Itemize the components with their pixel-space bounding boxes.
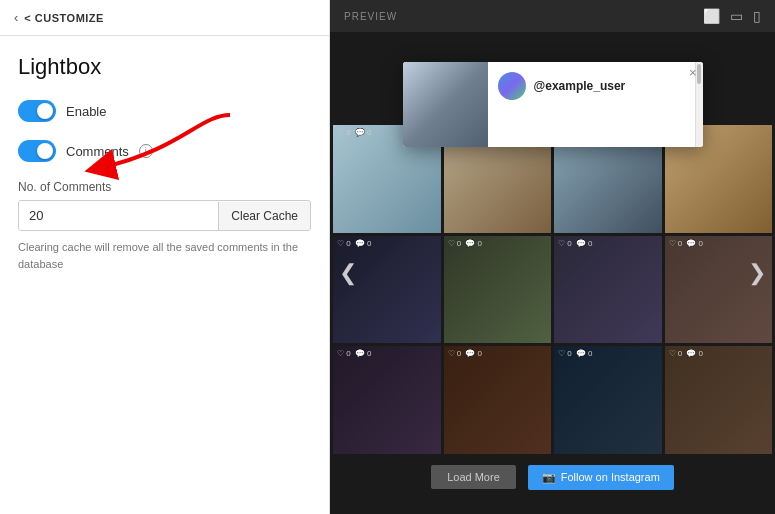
- lightbox-image: [403, 62, 488, 147]
- likes-8: ♡ 0: [669, 239, 683, 248]
- lightbox-nav-left[interactable]: ❮: [332, 257, 364, 289]
- enable-label: Enable: [66, 104, 106, 119]
- mobile-icon[interactable]: ▯: [753, 8, 761, 24]
- likes-11: ♡ 0: [558, 349, 572, 358]
- load-more-button[interactable]: Load More: [431, 465, 516, 489]
- comments-input-row: Clear Cache: [18, 200, 311, 231]
- instagram-grid: ♡ 0 💬 0 ♡ 0 💬 0 ♡ 0 💬 0 ♡ 0 💬: [330, 122, 775, 457]
- clear-cache-button[interactable]: Clear Cache: [218, 202, 310, 230]
- preview-area: ❮ ❯ @example_user ×: [330, 32, 775, 514]
- follow-instagram-button[interactable]: 📷 Follow on Instagram: [528, 465, 674, 490]
- back-arrow[interactable]: ‹: [14, 10, 18, 25]
- likes-6: ♡ 0: [448, 239, 462, 248]
- lightbox-popup: @example_user ×: [403, 62, 703, 147]
- grid-item-7[interactable]: ♡ 0 💬 0: [554, 236, 662, 344]
- comments-5: 💬 0: [355, 239, 372, 248]
- bottom-bar: Load More 📷 Follow on Instagram: [330, 457, 775, 498]
- preview-label: PREVIEW: [344, 11, 397, 22]
- grid-stats-9: ♡ 0 💬 0: [333, 346, 441, 361]
- grid-stats-12: ♡ 0 💬 0: [665, 346, 773, 361]
- follow-label: Follow on Instagram: [561, 471, 660, 483]
- panel-content: Lightbox Enable Comments i No. of Commen…: [0, 36, 329, 514]
- right-panel: PREVIEW ⬜ ▭ ▯ ❮ ❯ @example_user ×: [330, 0, 775, 514]
- grid-item-10[interactable]: ♡ 0 💬 0: [444, 346, 552, 454]
- likes-12: ♡ 0: [669, 349, 683, 358]
- grid-stats-5: ♡ 0 💬 0: [333, 236, 441, 251]
- lightbox-info: @example_user: [488, 62, 695, 147]
- comments-label: Comments: [66, 144, 129, 159]
- grid-item-8[interactable]: ♡ 0 💬 0: [665, 236, 773, 344]
- grid-item-12[interactable]: ♡ 0 💬 0: [665, 346, 773, 454]
- comments-9: 💬 0: [355, 349, 372, 358]
- comments-11: 💬 0: [576, 349, 593, 358]
- preview-header: PREVIEW ⬜ ▭ ▯: [330, 0, 775, 32]
- grid-stats-10: ♡ 0 💬 0: [444, 346, 552, 361]
- no-of-comments-section: No. of Comments Clear Cache Clearing cac…: [18, 180, 311, 272]
- comments-8: 💬 0: [686, 239, 703, 248]
- customize-label: < CUSTOMIZE: [24, 12, 104, 24]
- comments-row: Comments i: [18, 140, 311, 162]
- likes-1: ♡ 0: [337, 128, 351, 137]
- grid-item-5[interactable]: ♡ 0 💬 0: [333, 236, 441, 344]
- grid-stats-7: ♡ 0 💬 0: [554, 236, 662, 251]
- likes-5: ♡ 0: [337, 239, 351, 248]
- comments-toggle[interactable]: [18, 140, 56, 162]
- section-title: Lightbox: [18, 54, 311, 80]
- tablet-icon[interactable]: ▭: [730, 8, 743, 24]
- grid-stats-8: ♡ 0 💬 0: [665, 236, 773, 251]
- likes-9: ♡ 0: [337, 349, 351, 358]
- user-row: @example_user: [498, 72, 685, 100]
- desktop-icon[interactable]: ⬜: [703, 8, 720, 24]
- grid-item-9[interactable]: ♡ 0 💬 0: [333, 346, 441, 454]
- comments-1: 💬 0: [355, 128, 372, 137]
- no-of-comments-label: No. of Comments: [18, 180, 311, 194]
- comments-number-input[interactable]: [19, 201, 218, 230]
- comments-info-icon[interactable]: i: [139, 144, 153, 158]
- left-panel: ‹ < CUSTOMIZE Lightbox Enable Comments i: [0, 0, 330, 514]
- grid-item-11[interactable]: ♡ 0 💬 0: [554, 346, 662, 454]
- scrollbar-thumb: [697, 64, 701, 84]
- hint-text: Clearing cache will remove all the saved…: [18, 239, 311, 272]
- likes-7: ♡ 0: [558, 239, 572, 248]
- enable-toggle[interactable]: [18, 100, 56, 122]
- comments-12: 💬 0: [686, 349, 703, 358]
- lightbox-nav-right[interactable]: ❯: [741, 257, 773, 289]
- grid-item-6[interactable]: ♡ 0 💬 0: [444, 236, 552, 344]
- comments-6: 💬 0: [465, 239, 482, 248]
- user-avatar: [498, 72, 526, 100]
- grid-stats-11: ♡ 0 💬 0: [554, 346, 662, 361]
- enable-row: Enable: [18, 100, 311, 122]
- lightbox-close-button[interactable]: ×: [689, 66, 697, 79]
- grid-stats-6: ♡ 0 💬 0: [444, 236, 552, 251]
- username: @example_user: [534, 79, 626, 93]
- comments-7: 💬 0: [576, 239, 593, 248]
- device-icons: ⬜ ▭ ▯: [703, 8, 761, 24]
- lightbox-main: @example_user ×: [403, 62, 703, 147]
- instagram-icon: 📷: [542, 471, 556, 484]
- customize-header: ‹ < CUSTOMIZE: [0, 0, 329, 36]
- comments-10: 💬 0: [465, 349, 482, 358]
- likes-10: ♡ 0: [448, 349, 462, 358]
